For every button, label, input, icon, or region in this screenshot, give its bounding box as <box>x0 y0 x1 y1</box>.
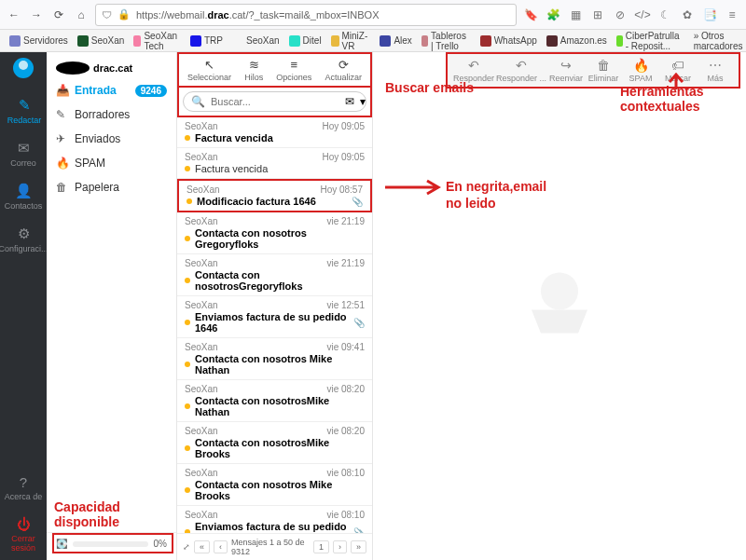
pager-next[interactable]: › <box>333 540 347 553</box>
search-bar: 🔍 ✉ ▾ <box>177 88 372 117</box>
bookmark-item[interactable]: Alex <box>376 34 415 48</box>
svg-point-1 <box>19 61 28 70</box>
message-row[interactable]: SeoXanvie 09:41Contacta con nosotros Mik… <box>177 338 372 380</box>
search-input[interactable] <box>211 96 339 107</box>
folder-spam[interactable]: 🔥SPAM <box>47 151 176 175</box>
message-row[interactable]: SeoXanvie 12:51Enviamos factura de su pe… <box>177 296 372 338</box>
back-icon[interactable]: ← <box>6 7 22 23</box>
pager-prev[interactable]: ‹ <box>214 540 228 553</box>
bookmark-item[interactable]: Ditel <box>285 34 325 48</box>
message-list: SeoXanHoy 09:05Factura vencidaSeoXanHoy … <box>177 117 372 533</box>
app-sidebar: ✎Redactar✉Correo👤Contactos⚙Configuraci..… <box>0 52 47 560</box>
search-icon: 🔍 <box>191 95 205 108</box>
lock-icon: 🔒 <box>117 8 131 20</box>
message-row[interactable]: SeoXanHoy 09:05Factura vencida <box>177 148 372 179</box>
message-row[interactable]: SeoXanvie 21:19Contacta con nosotrosGreg… <box>177 254 372 296</box>
bookmark-item[interactable]: SeoXan <box>74 34 129 48</box>
ext-icon[interactable]: 📑 <box>701 7 718 23</box>
disk-icon: 💽 <box>56 539 67 549</box>
folder-papelera[interactable]: 🗑Papelera <box>47 175 176 199</box>
ctx-responder ...[interactable]: ↶Responder ... <box>496 58 546 83</box>
ctx-más[interactable]: ⋯Más <box>698 58 733 83</box>
bookmarks-bar: ServidoresSeoXanSeoXan TechTRPSeoXanDite… <box>0 30 746 52</box>
pager-first[interactable]: « <box>194 540 210 553</box>
ctx-eliminar[interactable]: 🗑Eliminar <box>586 58 621 83</box>
ctx-reenviar[interactable]: ↪Reenviar <box>548 58 584 83</box>
folder-enviados[interactable]: ✈Enviados <box>47 127 176 151</box>
bookmark-item[interactable]: TRP <box>186 34 227 48</box>
bookmark-item[interactable]: Servidores <box>6 34 72 48</box>
nav-acerca de[interactable]: ?Acerca de <box>0 467 47 509</box>
ext-icon[interactable]: ▦ <box>567 7 584 23</box>
message-row[interactable]: SeoXanvie 21:19Contacta con nosotros Gre… <box>177 212 372 254</box>
ext-icon[interactable]: 🔖 <box>522 7 539 23</box>
message-row[interactable]: SeoXanvie 08:10Enviamos factura de su pe… <box>177 506 372 533</box>
attachment-icon: 📎 <box>353 318 365 328</box>
bookmark-item[interactable]: CiberPatrulla - Reposit... <box>613 30 688 52</box>
bookmark-item[interactable]: Amazon.es <box>543 34 611 48</box>
nav-configuraci...[interactable]: ⚙Configuraci... <box>0 218 48 261</box>
preview-panel: ↶Responder↶Responder ...↪Reenviar🗑Elimin… <box>373 52 746 560</box>
message-list-panel: ↖Seleccionar≋Hilos≡Opciones⟳Actualizar 🔍… <box>177 52 373 560</box>
bookmark-item[interactable]: MiniZ-VR <box>327 30 375 52</box>
list-toolbar: ↖Seleccionar≋Hilos≡Opciones⟳Actualizar <box>177 52 372 88</box>
pager-last[interactable]: » <box>351 540 366 553</box>
ctx-responder[interactable]: ↶Responder <box>453 58 494 83</box>
browser-extensions: 🔖 🧩 ▦ ⊞ ⊘ </> ☾ ✿ 📑 ≡ <box>522 7 740 23</box>
tool-actualizar[interactable]: ⟳Actualizar <box>325 58 362 82</box>
app-logo <box>11 56 35 80</box>
nav-cerrar sesión[interactable]: ⏻Cerrar sesión <box>0 509 47 560</box>
empty-placeholder <box>518 263 601 349</box>
forward-icon[interactable]: → <box>28 7 45 23</box>
url-bar[interactable]: 🛡 🔒 https://webmail.drac.cat/?_task=mail… <box>95 4 517 26</box>
bookmark-item[interactable]: WhatsApp <box>477 34 541 48</box>
ext-icon[interactable]: ✿ <box>679 7 696 23</box>
bookmark-item[interactable]: SeoXan <box>228 34 283 48</box>
ext-icon[interactable]: ☾ <box>656 7 673 23</box>
message-row[interactable]: SeoXanHoy 09:05Factura vencida <box>177 117 372 148</box>
message-row[interactable]: SeoXanvie 08:10Contacta con nosotros Mik… <box>177 464 372 506</box>
message-row[interactable]: SeoXanHoy 08:57Modificacio factura 1646📎 <box>177 179 372 212</box>
ext-icon[interactable]: </> <box>634 7 651 23</box>
menu-icon[interactable]: ≡ <box>724 7 740 23</box>
browser-toolbar: ← → ⟳ ⌂ 🛡 🔒 https://webmail.drac.cat/?_t… <box>0 0 746 30</box>
bookmark-item[interactable]: SeoXan Tech <box>130 30 185 52</box>
ext-icon[interactable]: ⊞ <box>589 7 606 23</box>
url-text: https://webmail.drac.cat/?_task=mail&_mb… <box>136 9 380 20</box>
nav-correo[interactable]: ✉Correo <box>0 132 48 175</box>
tool-hilos[interactable]: ≋Hilos <box>244 58 263 82</box>
folder-borradores[interactable]: ✎Borradores <box>47 102 176 127</box>
svg-point-2 <box>541 272 578 309</box>
pager-page[interactable]: 1 <box>313 540 329 553</box>
ext-icon[interactable]: 🧩 <box>545 7 561 23</box>
nav-redactar[interactable]: ✎Redactar <box>0 89 48 132</box>
ctx-spam[interactable]: 🔥SPAM <box>623 58 658 83</box>
pager: ⤢ « ‹ Mensajes 1 a 50 de 9312 1 › » <box>177 533 372 560</box>
message-row[interactable]: SeoXanvie 08:20Contacta con nosotrosMike… <box>177 422 372 464</box>
ext-icon[interactable]: ⊘ <box>612 7 629 23</box>
context-toolbar: ↶Responder↶Responder ...↪Reenviar🗑Elimin… <box>446 52 740 89</box>
mail-icon[interactable]: ✉ <box>345 95 354 108</box>
chevron-down-icon[interactable]: ▾ <box>360 95 366 108</box>
message-row[interactable]: SeoXanvie 08:20Contacta con nosotrosMike… <box>177 380 372 422</box>
storage-indicator: 💽 0% <box>47 532 176 554</box>
home-icon[interactable]: ⌂ <box>73 7 90 23</box>
attachment-icon: 📎 <box>352 197 363 207</box>
ctx-marcar[interactable]: 🏷Marcar <box>660 58 696 83</box>
shield-icon: 🛡 <box>102 9 112 20</box>
nav-contactos[interactable]: 👤Contactos <box>0 175 48 218</box>
folder-panel: drac.cat 📥Entrada9246✎Borradores✈Enviado… <box>47 52 177 560</box>
bookmark-item[interactable]: Tableros | Trello <box>418 30 475 52</box>
expand-icon[interactable]: ⤢ <box>183 542 190 552</box>
folder-entrada[interactable]: 📥Entrada9246 <box>47 78 176 102</box>
bookmarks-overflow[interactable]: » Otros marcadores <box>690 30 746 52</box>
account-brand: drac.cat <box>47 58 176 78</box>
reload-icon[interactable]: ⟳ <box>50 7 67 23</box>
tool-seleccionar[interactable]: ↖Seleccionar <box>187 58 231 82</box>
tool-opciones[interactable]: ≡Opciones <box>276 58 311 82</box>
